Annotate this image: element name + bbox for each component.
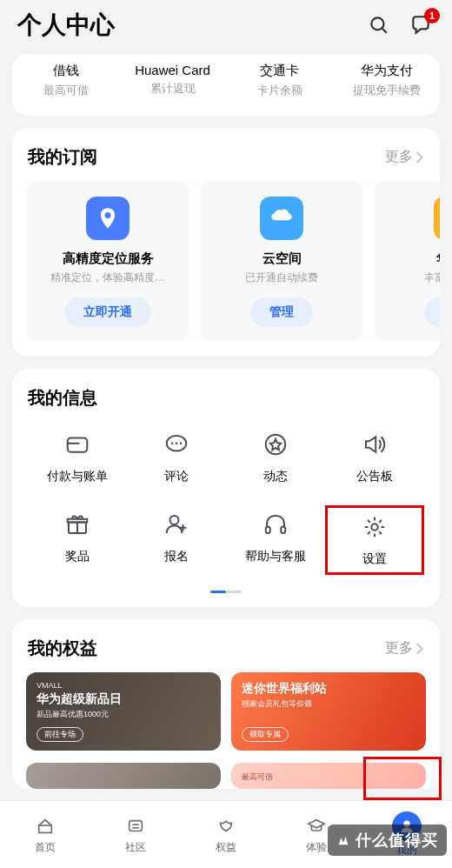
svg-point-8 bbox=[176, 443, 178, 445]
speaker-icon bbox=[361, 431, 389, 458]
quick-sub: 提现免手续费 bbox=[333, 83, 440, 98]
quick-sub: 累计返现 bbox=[119, 81, 226, 97]
subscriptions-title: 我的订阅 bbox=[28, 145, 385, 169]
svg-point-2 bbox=[105, 212, 111, 218]
header: 个人中心 1 bbox=[12, 0, 440, 54]
quick-sub: 最高可借 bbox=[12, 83, 119, 98]
banner-title: 华为超级新品日 bbox=[37, 691, 210, 707]
rights-banner-1[interactable]: 迷你世界福利站 独家会员礼包等你领 领取专属 bbox=[231, 672, 426, 751]
page-title: 个人中心 bbox=[17, 9, 351, 42]
quick-title: Huawei Card bbox=[119, 63, 226, 77]
subscription-name: 高精度定位服务 bbox=[35, 250, 181, 267]
svg-point-0 bbox=[371, 17, 383, 30]
info-label: 评论 bbox=[127, 469, 226, 484]
search-icon[interactable] bbox=[365, 11, 393, 39]
svg-line-1 bbox=[382, 29, 387, 33]
cap-icon bbox=[304, 814, 329, 838]
subscriptions-card: 我的订阅 更多 高精度定位服务 精准定位，体验高精度… 立即开通 云空间 已开通… bbox=[12, 128, 440, 357]
gear-icon bbox=[361, 513, 389, 541]
diamond-icon bbox=[214, 814, 238, 838]
subscription-name: 云空间 bbox=[209, 250, 355, 267]
rights-banner-0[interactable]: VMALL 华为超级新品日 新品最高优惠1000元 前往专场 bbox=[26, 672, 221, 751]
svg-point-19 bbox=[371, 524, 378, 531]
info-label: 动态 bbox=[226, 469, 325, 484]
quick-item-0[interactable]: 借钱 最高可借 bbox=[12, 63, 119, 98]
subscription-card-2[interactable]: 华为视 丰富的影视内 立即 bbox=[374, 181, 440, 341]
home-icon bbox=[33, 814, 57, 838]
rights-banner-partial-1[interactable]: 最高可借 bbox=[231, 763, 426, 789]
svg-point-7 bbox=[171, 443, 174, 445]
quick-sub: 卡片余额 bbox=[226, 83, 333, 98]
svg-rect-18 bbox=[281, 527, 285, 534]
chat-icon bbox=[163, 431, 190, 458]
banner-tag: VMALL bbox=[37, 681, 210, 690]
info-label: 设置 bbox=[328, 551, 422, 567]
subscription-icon bbox=[260, 197, 303, 240]
banner-sub: 独家会员礼包等你领 bbox=[242, 698, 415, 710]
info-item-card[interactable]: 付款与账单 bbox=[28, 431, 127, 484]
subscription-desc: 精准定位，体验高精度… bbox=[35, 270, 181, 285]
nav-label: 社区 bbox=[125, 840, 146, 855]
banner-title: 迷你世界福利站 bbox=[242, 681, 415, 697]
banner-button[interactable]: 领取专属 bbox=[242, 727, 289, 742]
pager-dots bbox=[12, 591, 440, 607]
subscription-card-0[interactable]: 高精度定位服务 精准定位，体验高精度… 立即开通 bbox=[26, 181, 189, 341]
nav-forum[interactable]: 社区 bbox=[90, 801, 181, 868]
rights-banner-partial-0[interactable] bbox=[26, 763, 221, 789]
info-item-star[interactable]: 动态 bbox=[226, 431, 325, 484]
svg-rect-17 bbox=[266, 527, 270, 534]
nav-label: 权益 bbox=[216, 840, 236, 855]
info-card: 我的信息 付款与账单 评论 动态 公告板 奖品 报名 帮助与客服 设置 bbox=[12, 369, 440, 607]
info-label: 公告板 bbox=[325, 469, 424, 484]
quick-access-card: 借钱 最高可借 Huawei Card 累计返现 交通卡 卡片余额 华为支付 提… bbox=[12, 54, 440, 116]
info-label: 付款与账单 bbox=[28, 469, 127, 484]
info-label: 报名 bbox=[127, 549, 226, 564]
chevron-right-icon bbox=[415, 150, 424, 164]
svg-point-14 bbox=[170, 516, 179, 524]
gift-icon bbox=[63, 511, 91, 538]
quick-item-2[interactable]: 交通卡 卡片余额 bbox=[226, 63, 333, 98]
subscription-action[interactable]: 立即 bbox=[424, 297, 440, 327]
banner-sub: 最高可借 bbox=[242, 771, 415, 783]
subscription-icon bbox=[86, 197, 130, 240]
forum-icon bbox=[123, 814, 148, 838]
subscriptions-more[interactable]: 更多 bbox=[385, 148, 424, 166]
nav-diamond[interactable]: 权益 bbox=[181, 801, 271, 868]
info-item-chat[interactable]: 评论 bbox=[127, 431, 226, 484]
banner-sub: 新品最高优惠1000元 bbox=[37, 709, 210, 720]
quick-title: 借钱 bbox=[12, 63, 119, 79]
rights-title: 我的权益 bbox=[28, 637, 385, 660]
quick-title: 交通卡 bbox=[226, 63, 333, 79]
card-icon bbox=[63, 431, 91, 458]
watermark: 什么值得买 bbox=[328, 825, 447, 856]
info-item-gift[interactable]: 奖品 bbox=[28, 511, 127, 570]
info-label: 帮助与客服 bbox=[226, 549, 325, 564]
subscription-card-1[interactable]: 云空间 已开通自动续费 管理 bbox=[200, 181, 363, 341]
info-item-person[interactable]: 报名 bbox=[127, 511, 226, 570]
banner-button[interactable]: 前往专场 bbox=[37, 727, 83, 742]
rights-more[interactable]: 更多 bbox=[385, 639, 424, 658]
nav-home[interactable]: 首页 bbox=[0, 801, 90, 868]
subscription-desc: 丰富的影视内 bbox=[382, 270, 440, 285]
quick-item-1[interactable]: Huawei Card 累计返现 bbox=[119, 63, 226, 98]
message-icon[interactable]: 1 bbox=[407, 11, 435, 39]
subscription-action[interactable]: 立即开通 bbox=[64, 297, 151, 327]
nav-label: 首页 bbox=[35, 840, 56, 855]
svg-rect-13 bbox=[68, 519, 88, 523]
info-item-gear[interactable]: 设置 bbox=[325, 505, 424, 575]
info-title: 我的信息 bbox=[28, 386, 424, 410]
headset-icon bbox=[262, 511, 289, 538]
message-badge: 1 bbox=[424, 8, 440, 23]
info-item-speaker[interactable]: 公告板 bbox=[325, 431, 424, 484]
subscription-icon bbox=[434, 197, 440, 240]
quick-item-3[interactable]: 华为支付 提现免手续费 bbox=[333, 63, 440, 98]
subscription-action[interactable]: 管理 bbox=[250, 297, 313, 327]
svg-point-9 bbox=[180, 443, 183, 445]
info-item-headset[interactable]: 帮助与客服 bbox=[226, 511, 325, 570]
star-icon bbox=[262, 431, 289, 458]
subscription-name: 华为视 bbox=[382, 250, 440, 267]
quick-title: 华为支付 bbox=[333, 63, 440, 79]
subscription-desc: 已开通自动续费 bbox=[209, 270, 355, 285]
svg-rect-20 bbox=[130, 821, 143, 831]
person-icon bbox=[163, 511, 190, 538]
